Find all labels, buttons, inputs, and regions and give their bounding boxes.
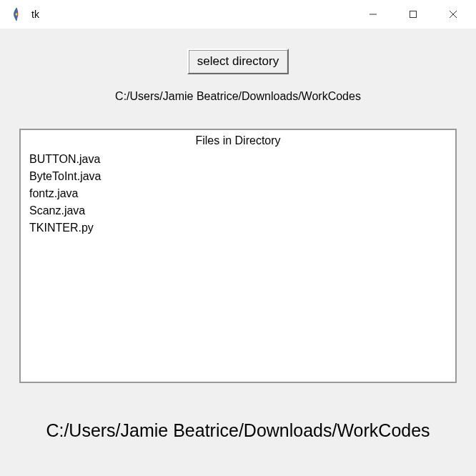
svg-rect-2 <box>410 11 417 18</box>
titlebar: tk <box>0 0 476 29</box>
list-item: TKINTER.py <box>29 222 447 234</box>
minimize-button[interactable] <box>353 0 393 29</box>
list-item: Scanz.java <box>29 204 447 217</box>
footer-path-label: C:/Users/Jamie Beatrice/Downloads/WorkCo… <box>46 420 430 441</box>
list-item: ByteToInt.java <box>29 170 447 183</box>
close-button[interactable] <box>433 0 473 29</box>
files-panel-header: Files in Directory <box>29 134 447 147</box>
main-content: select directory C:/Users/Jamie Beatrice… <box>0 29 476 441</box>
svg-point-0 <box>16 13 18 16</box>
maximize-button[interactable] <box>393 0 433 29</box>
list-item: BUTTON.java <box>29 153 447 166</box>
select-directory-button[interactable]: select directory <box>187 49 289 74</box>
window-controls <box>353 0 473 29</box>
selected-path-label: C:/Users/Jamie Beatrice/Downloads/WorkCo… <box>115 90 361 103</box>
files-panel: Files in Directory BUTTON.java ByteToInt… <box>19 129 457 383</box>
file-list: BUTTON.java ByteToInt.java fontz.java Sc… <box>29 153 447 234</box>
list-item: fontz.java <box>29 187 447 200</box>
app-icon <box>7 5 26 24</box>
window-title: tk <box>31 9 39 20</box>
